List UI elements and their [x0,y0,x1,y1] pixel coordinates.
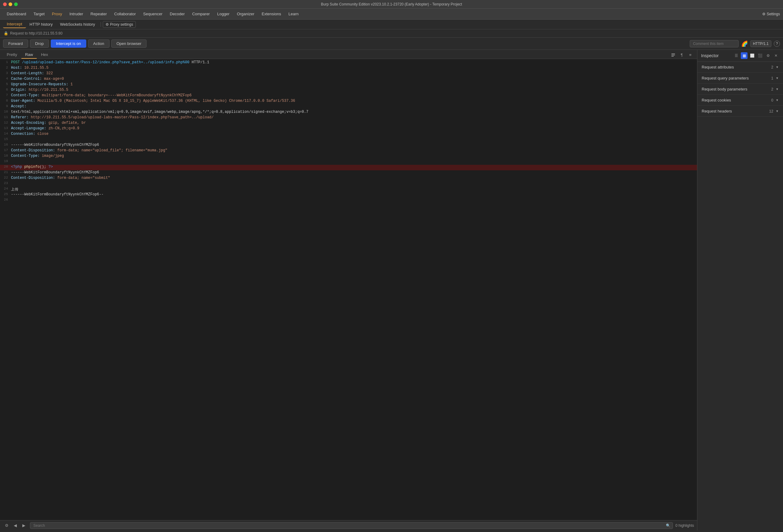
search-wrapper: 🔍 [30,522,673,529]
table-row: 18 Content-Type: image/jpeg [0,154,697,159]
chevron-down-icon: ▼ [776,76,779,80]
code-editor[interactable]: 1 POST /upload/upload-labs-master/Pass-1… [0,59,697,520]
req-headers-count: 12 [769,109,773,113]
table-row: 16 ------WebKitFormBoundaryftNyynkChYMZF… [0,143,697,148]
list-view-icon[interactable]: ☰ [733,52,740,59]
settings-button[interactable]: ⚙ Settings [762,12,780,16]
forward-nav-icon[interactable]: ▶ [20,522,28,529]
open-browser-button[interactable]: Open browser [111,39,147,48]
inspector-section-req-body-header[interactable]: Request body parameters 2 ▼ [697,84,783,95]
req-cookies-label: Request cookies [702,98,771,102]
nav-item-decoder[interactable]: Decoder [166,10,188,18]
word-wrap-icon[interactable] [669,52,677,59]
inspector-section-req-query: Request query parameters 1 ▼ [697,73,783,84]
search-icon: 🔍 [666,524,670,528]
close-inspector-icon[interactable]: ✕ [773,52,779,59]
table-row: 13 Accept-Language: zh-CN,zh;q=0.9 [0,126,697,132]
chevron-down-icon: ▼ [776,109,779,113]
subnav-http-history[interactable]: HTTP history [26,21,57,28]
drop-button[interactable]: Drop [30,39,49,48]
nav-item-target[interactable]: Target [30,10,48,18]
search-input[interactable] [30,522,673,529]
table-row: 26 [0,198,697,203]
req-cookies-count: 0 [771,98,773,102]
more-options-icon[interactable]: ≡ [687,52,694,59]
table-row: 11 Referer: http://10.211.55.5/upload/up… [0,115,697,121]
http-version-badge: HTTP/1.1 [750,40,772,47]
table-row: 3 Content-Length: 322 [0,71,697,77]
window-controls [3,2,18,6]
title-bar: Burp Suite Community Edition v2023.10.2.… [0,0,783,8]
nav-item-learn[interactable]: Learn [285,10,302,18]
inspector-section-req-cookies-header[interactable]: Request cookies 0 ▼ [697,95,783,105]
inspector-section-req-headers: Request headers 12 ▼ [697,106,783,117]
table-row: 22 Content-Disposition: form-data; name=… [0,176,697,181]
inspector-title: Inspector [701,53,719,58]
newline-icon[interactable]: ¶ [678,52,685,59]
nav-item-extensions[interactable]: Extensions [258,10,285,18]
req-query-label: Request query parameters [702,76,771,80]
bottom-bar: ⚙ ◀ ▶ 🔍 0 highlights [0,520,697,530]
svg-rect-0 [671,54,675,54]
nav-item-collaborator[interactable]: Collaborator [111,10,139,18]
settings-icon[interactable]: ⚙ [3,522,10,529]
main-layout: Pretty Raw Hex ¶ ≡ 1 POST /upload [0,50,783,530]
inspector-section-req-body: Request body parameters 2 ▼ [697,84,783,95]
inspector-settings-icon[interactable]: ⚙ [765,52,772,59]
inspector-section-req-attrs-header[interactable]: Request attributes 2 ▼ [697,62,783,72]
table-row: 25 ------WebKitFormBoundaryftNyynkChYMZF… [0,192,697,198]
tab-icons: ¶ ≡ [669,52,694,59]
req-query-count: 1 [771,76,773,80]
align-right-icon[interactable]: ⬛ [757,52,763,59]
req-headers-label: Request headers [702,109,769,113]
subnav-intercept[interactable]: Intercept [3,21,26,28]
proxy-settings-button[interactable]: ⚙ Proxy settings [103,21,136,28]
tab-pretty[interactable]: Pretty [3,51,21,59]
maximize-btn[interactable] [14,2,18,6]
highlights-badge: 0 highlights [675,524,694,528]
nav-item-logger[interactable]: Logger [214,10,233,18]
chevron-down-icon: ▼ [776,88,779,91]
sub-nav: Intercept HTTP history WebSockets histor… [0,20,783,29]
chevron-down-icon: ▼ [776,65,779,69]
table-row: 21 ------WebKitFormBoundaryftNyynkChYMZF… [0,170,697,176]
inspector-section-req-query-header[interactable]: Request query parameters 1 ▼ [697,73,783,84]
nav-item-dashboard[interactable]: Dashboard [3,10,30,18]
window-title: Burp Suite Community Edition v2023.10.2.… [321,2,462,6]
chevron-down-icon: ▼ [776,98,779,102]
table-row: 7 Content-Type: multipart/form-data; bou… [0,93,697,99]
table-row: 9 Accept: [0,104,697,110]
table-row: 12 Accept-Encoding: gzip, deflate, br [0,121,697,126]
request-url: Request to http://10.211.55.5:80 [10,31,62,35]
intercept-button[interactable]: Intercept is on [51,39,86,48]
forward-button[interactable]: Forward [3,39,28,48]
align-left-icon[interactable]: ⬜ [749,52,755,59]
subnav-websockets-history[interactable]: WebSockets history [56,21,99,28]
nav-item-proxy[interactable]: Proxy [48,10,66,18]
comment-input[interactable] [690,40,739,47]
tab-raw[interactable]: Raw [22,51,37,59]
close-btn[interactable] [3,2,7,6]
nav-item-sequencer[interactable]: Sequencer [139,10,166,18]
colorful-icon[interactable]: 🌈 [741,40,748,47]
help-icon[interactable]: ? [774,41,780,47]
req-body-label: Request body parameters [702,87,771,92]
table-row: 17 Content-Disposition: form-data; name=… [0,148,697,154]
table-row: 19 [0,159,697,165]
detail-view-icon[interactable]: ▦ [741,52,748,59]
bottom-icons: ⚙ ◀ ▶ [3,522,28,529]
table-row: 8 User-Agent: Mozilla/5.0 (Macintosh; In… [0,99,697,104]
inspector-section-req-headers-header[interactable]: Request headers 12 ▼ [697,106,783,117]
tab-hex[interactable]: Hex [37,51,52,59]
nav-item-repeater[interactable]: Repeater [87,10,111,18]
toolbar: Forward Drop Intercept is on Action Open… [0,38,783,50]
nav-item-intruder[interactable]: Intruder [66,10,87,18]
table-row: 4 Cache-Control: max-age=0 [0,77,697,82]
nav-item-organizer[interactable]: Organizer [233,10,258,18]
nav-item-comparer[interactable]: Comparer [188,10,214,18]
request-bar: 🔒 Request to http://10.211.55.5:80 [0,29,783,38]
lock-icon: 🔒 [4,31,8,35]
action-button[interactable]: Action [88,39,109,48]
minimize-btn[interactable] [8,2,12,6]
back-icon[interactable]: ◀ [11,522,19,529]
